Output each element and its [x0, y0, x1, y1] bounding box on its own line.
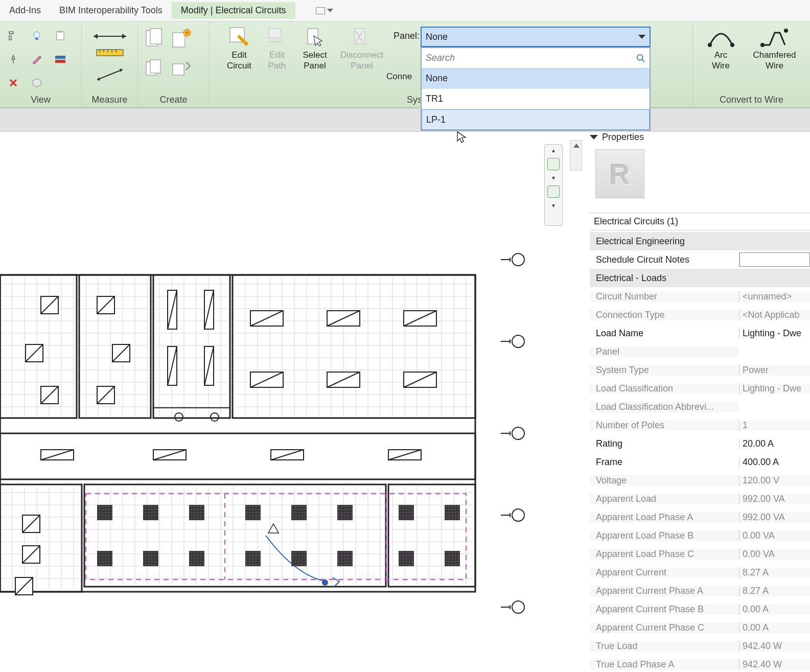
modify-tool-icon[interactable]	[3, 26, 24, 46]
svg-rect-7	[97, 50, 123, 56]
chamfered-wire-button[interactable]: Chamfered Wire	[747, 25, 803, 71]
edit-circuit-button[interactable]: Edit Circuit	[221, 25, 258, 71]
svg-rect-131	[337, 551, 353, 566]
properties-title: Properties	[602, 132, 644, 143]
row-rating[interactable]: Rating20.00 A	[590, 434, 810, 453]
svg-point-36	[512, 335, 524, 347]
tape-measure-icon[interactable]	[95, 47, 125, 59]
drawing-view[interactable]	[0, 137, 537, 658]
tab-modify-circuits[interactable]: Modify | Electrical Circuits	[172, 2, 295, 19]
group-label-create: Create	[138, 95, 209, 105]
panel-option-lp1[interactable]: LP-1	[422, 109, 650, 130]
create-similar-icon[interactable]	[143, 28, 166, 53]
chevron-down-icon	[327, 9, 333, 12]
row-frame[interactable]: Frame400.00 A	[590, 453, 810, 471]
svg-rect-120	[189, 505, 204, 520]
panel-option-tr1[interactable]: TR1	[422, 89, 650, 109]
svg-point-25	[708, 43, 712, 47]
section-electrical-engineering[interactable]: Electrical Engineering	[590, 232, 810, 250]
ribbon-display-options[interactable]	[316, 7, 333, 14]
row-apparent-load: Apparent Load992.00 VA	[590, 490, 810, 508]
row-apparent-current: Apparent Current8.27 A	[590, 563, 810, 582]
disconnect-panel-label-top: Disconnect	[336, 50, 387, 60]
chevron-down-icon	[590, 135, 598, 140]
paste-icon[interactable]	[50, 26, 71, 46]
view-navbar[interactable]: ▴ ▾ ▾	[544, 144, 563, 226]
revit-type-image: R	[595, 149, 644, 198]
chevron-down-icon[interactable]: ▾	[552, 202, 555, 209]
panel-field-label: Panel:	[394, 31, 420, 41]
svg-rect-5	[55, 60, 65, 63]
svg-rect-64	[86, 486, 384, 585]
svg-rect-123	[337, 505, 353, 520]
ribbon-tabs: Add-Ins BIM Interoperability Tools Modif…	[0, 0, 810, 21]
properties-table: Electrical Engineering Schedule Circuit …	[590, 232, 810, 672]
row-load-name[interactable]: Load NameLighting - Dwe	[590, 324, 810, 342]
svg-rect-125	[445, 505, 460, 520]
svg-point-134	[322, 580, 328, 585]
dimension-icon[interactable]	[92, 65, 128, 84]
panel-dropdown-search[interactable]	[422, 48, 650, 68]
svg-rect-65	[390, 486, 473, 585]
edit-path-label-top: Edit	[261, 50, 293, 60]
edit-path-button: Edit Path	[261, 25, 293, 71]
row-apparent-current-c: Apparent Current Phase C0.00 A	[590, 618, 810, 637]
chamfered-label-bot: Wire	[747, 61, 803, 71]
canvas-vertical-scrollbar[interactable]	[570, 140, 582, 171]
row-load-class-abbrev: Load Classification Abbrevi...	[590, 398, 810, 416]
select-panel-label-bot: Panel	[296, 61, 333, 71]
ribbon-toggle-icon	[316, 7, 325, 14]
ribbon-panel: View Measure Create Edit Circuit	[0, 21, 810, 108]
row-schedule-circuit-notes[interactable]: Schedule Circuit Notes	[590, 250, 810, 269]
linework-icon[interactable]	[50, 49, 71, 69]
group-modify: View	[0, 21, 82, 107]
arc-wire-label-bot: Wire	[701, 61, 742, 71]
select-panel-label-top: Select	[296, 50, 333, 60]
svg-point-42	[512, 509, 524, 521]
measure-arrows-icon[interactable]	[89, 29, 130, 44]
zoom-region-icon[interactable]	[547, 158, 560, 170]
svg-point-39	[512, 427, 524, 439]
type-selector[interactable]: Electrical Circuits (1)	[590, 213, 810, 230]
zoom-fit-icon[interactable]	[547, 186, 560, 198]
load-family-icon[interactable]	[170, 59, 192, 81]
svg-rect-62	[235, 277, 473, 416]
svg-line-30	[642, 59, 645, 62]
arc-wire-button[interactable]: Arc Wire	[701, 25, 742, 71]
chamfered-label-top: Chamfered	[747, 50, 803, 60]
copy-icon[interactable]	[143, 59, 166, 81]
svg-point-29	[637, 54, 643, 60]
svg-rect-126	[97, 551, 112, 566]
chevron-up-icon[interactable]: ▴	[552, 147, 555, 154]
row-apparent-current-b: Apparent Current Phase B0.00 A	[590, 600, 810, 618]
svg-rect-121	[245, 505, 261, 520]
select-panel-button[interactable]: Select Panel	[296, 25, 333, 71]
mouse-cursor-icon	[456, 131, 467, 144]
main-area: ▴ ▾ ▾ Properties R Electrical Circuits (…	[0, 132, 810, 672]
chevron-down-icon[interactable]: ▾	[552, 174, 555, 181]
cube-icon[interactable]	[27, 73, 47, 93]
tab-addins[interactable]: Add-Ins	[0, 2, 50, 19]
svg-rect-15	[150, 29, 161, 44]
delete-icon[interactable]	[3, 73, 24, 93]
edit-path-label-bot: Path	[261, 61, 293, 71]
schedule-notes-input[interactable]	[739, 252, 810, 267]
match-props-icon[interactable]	[27, 49, 47, 69]
row-true-load: True Load942.40 W	[590, 637, 810, 655]
tab-bim-interop[interactable]: BIM Interoperability Tools	[50, 2, 172, 19]
panel-option-none[interactable]: None	[422, 68, 650, 89]
properties-header[interactable]: Properties	[590, 132, 644, 143]
panel-select-value: None	[426, 32, 448, 42]
svg-point-27	[760, 43, 765, 47]
pin-icon[interactable]	[3, 49, 24, 69]
group-create: Create	[138, 21, 210, 107]
svg-rect-132	[399, 551, 414, 566]
svg-point-0	[34, 32, 40, 38]
panel-select[interactable]: None	[421, 27, 651, 47]
search-icon	[636, 54, 645, 63]
panel-search-input[interactable]	[426, 53, 636, 63]
create-assembly-icon[interactable]	[170, 28, 192, 53]
section-electrical-loads[interactable]: Electrical - Loads	[590, 269, 810, 287]
connect-button-partial[interactable]: Conne	[386, 71, 422, 81]
lightbulb-icon[interactable]	[27, 26, 47, 46]
